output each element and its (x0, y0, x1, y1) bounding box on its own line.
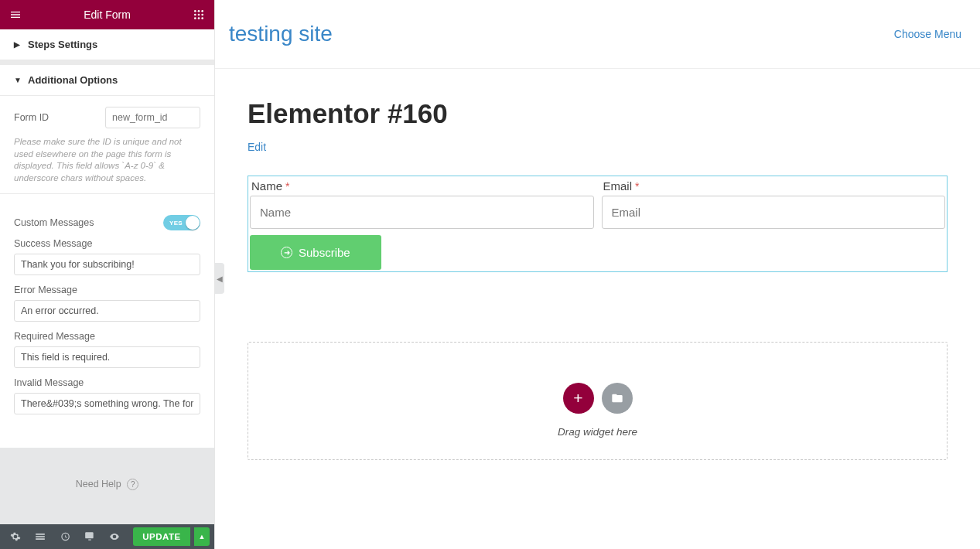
required-message-input[interactable] (14, 346, 200, 368)
svg-point-8 (201, 17, 203, 19)
caret-right-icon: ▶ (14, 40, 22, 49)
success-message-input[interactable] (14, 254, 200, 275)
svg-point-7 (198, 17, 200, 19)
svg-point-4 (198, 14, 200, 16)
update-button[interactable]: UPDATE (133, 527, 190, 546)
svg-point-6 (194, 17, 196, 19)
form-id-label: Form ID (14, 112, 49, 123)
additional-options-body: Form ID Please make sure the ID is uniqu… (0, 96, 214, 184)
sidebar-scroll-area[interactable]: ▶ Steps Settings ▼ Additional Options Fo… (0, 29, 214, 448)
error-message-input[interactable] (14, 300, 200, 322)
responsive-icon[interactable] (79, 526, 101, 547)
form-widget[interactable]: Name* Email* ➜ Subscribe (248, 176, 948, 272)
sidebar-header: Edit Form (0, 0, 214, 29)
history-icon[interactable] (54, 526, 76, 547)
apps-grid-icon[interactable] (193, 9, 205, 21)
settings-icon[interactable] (5, 526, 26, 547)
invalid-message-input[interactable] (14, 393, 200, 414)
section-additional-options[interactable]: ▼ Additional Options (0, 65, 214, 96)
svg-point-0 (194, 10, 196, 12)
section-steps-settings[interactable]: ▶ Steps Settings (0, 29, 214, 60)
hamburger-menu-icon[interactable] (9, 9, 22, 21)
editor-sidebar: Edit Form ▶ Steps Settings ▼ Additional … (0, 0, 215, 549)
form-id-input[interactable] (105, 107, 200, 128)
edit-link[interactable]: Edit (248, 141, 266, 153)
page-title: Elementor #160 (248, 98, 948, 129)
svg-point-1 (198, 10, 200, 12)
preview-pane: ◀ testing site Choose Menu Elementor #16… (215, 0, 980, 549)
drop-zone-text: Drag widget here (248, 426, 947, 438)
bottom-bar: UPDATE ▲ (0, 524, 214, 549)
arrow-circle-icon: ➜ (281, 247, 292, 258)
preview-icon[interactable] (104, 526, 125, 547)
name-field-label: Name* (250, 176, 594, 196)
success-message-label: Success Message (14, 238, 200, 249)
update-dropdown-button[interactable]: ▲ (194, 527, 210, 546)
section-label: Additional Options (28, 74, 118, 86)
site-title-link[interactable]: testing site (229, 22, 333, 46)
invalid-message-label: Invalid Message (14, 377, 200, 388)
svg-point-5 (201, 14, 203, 16)
email-input[interactable] (602, 196, 946, 229)
collapse-sidebar-button[interactable]: ◀ (215, 263, 224, 294)
svg-point-2 (201, 10, 203, 12)
caret-down-icon: ▼ (14, 76, 22, 84)
template-library-button[interactable] (602, 383, 633, 414)
navigator-icon[interactable] (29, 526, 51, 547)
preview-header: testing site Choose Menu (215, 0, 980, 69)
email-field-label: Email* (602, 176, 946, 196)
help-icon: ? (127, 479, 138, 490)
need-help[interactable]: Need Help ? (0, 448, 214, 524)
custom-messages-label: Custom Messages (14, 217, 94, 228)
subscribe-button[interactable]: ➜ Subscribe (250, 235, 381, 270)
error-message-label: Error Message (14, 285, 200, 295)
add-section-button[interactable]: + (563, 383, 594, 414)
custom-messages-toggle[interactable]: YES (163, 215, 200, 230)
name-input[interactable] (250, 196, 594, 229)
drop-zone[interactable]: + Drag widget here (248, 342, 948, 460)
form-id-help: Please make sure the ID is unique and no… (14, 136, 200, 184)
section-label: Steps Settings (28, 39, 97, 50)
choose-menu-link[interactable]: Choose Menu (894, 28, 961, 40)
sidebar-title: Edit Form (84, 9, 131, 21)
svg-point-3 (194, 14, 196, 16)
required-message-label: Required Message (14, 331, 200, 342)
